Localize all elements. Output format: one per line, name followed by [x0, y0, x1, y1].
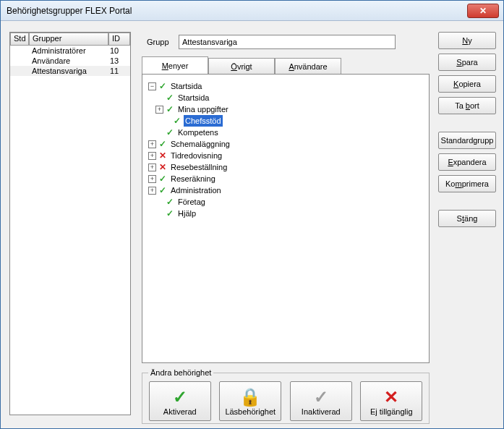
close-button[interactable]: ✕	[467, 4, 499, 18]
tree-label: Chefsstöd	[184, 115, 223, 127]
tree-node[interactable]: +✓Schemaläggning	[148, 138, 423, 150]
ny-button[interactable]: Ny	[438, 32, 496, 49]
tree-node[interactable]: +✓Reseräkning	[148, 173, 423, 184]
row-id: 11	[108, 67, 130, 75]
expand-icon[interactable]: +	[148, 187, 156, 195]
tabort-button[interactable]: Ta bort	[438, 97, 496, 114]
check-icon: ✓	[165, 208, 175, 219]
expand-icon[interactable]: +	[148, 140, 156, 148]
standardgrupp-button[interactable]: Standardgrupp	[438, 132, 496, 149]
tree-label: Mina uppgifter	[176, 103, 230, 115]
row-name: Användare	[29, 56, 108, 65]
groups-header: Std Grupper ID	[10, 33, 130, 46]
tree-node[interactable]: −✓Startsida	[148, 80, 423, 92]
tree-node[interactable]: +✓Mina uppgifter	[148, 103, 423, 115]
inaktiverad-label: Inaktiverad	[302, 407, 341, 416]
groups-table[interactable]: Std Grupper ID Administratörer10Användar…	[9, 32, 131, 415]
tab-menyer[interactable]: Menyer	[142, 56, 208, 75]
check-icon: ✓	[172, 115, 182, 127]
expand-icon[interactable]: +	[148, 175, 156, 183]
change-permission-group: Ändra behörighet ✓ Aktiverad 🔒 Läsbehöri…	[142, 368, 430, 424]
expand-icon[interactable]: +	[148, 163, 156, 171]
ej-label: Ej tillgänglig	[370, 407, 413, 416]
spara-button[interactable]: Spara	[438, 54, 496, 71]
tree-label: Administration	[169, 184, 223, 196]
aktiverad-button[interactable]: ✓ Aktiverad	[149, 381, 211, 421]
window: Behörighetsgrupper FLEX Portal ✕ Std Gru…	[0, 0, 504, 429]
tree-label: Företag	[176, 196, 207, 208]
table-row[interactable]: Användare13	[10, 56, 130, 66]
tree-label: Tidredovisning	[169, 150, 223, 161]
col-std[interactable]: Std	[10, 33, 29, 46]
kopiera-button[interactable]: Kopiera	[438, 75, 496, 93]
table-row[interactable]: Attestansvariga11	[10, 66, 130, 76]
inaktiverad-button[interactable]: ✓ Inaktiverad	[290, 381, 352, 421]
col-id[interactable]: ID	[108, 33, 130, 46]
titlebar: Behörighetsgrupper FLEX Portal ✕	[1, 1, 503, 21]
tree-label: Hjälp	[176, 208, 197, 219]
check-icon: ✓	[158, 173, 168, 184]
aktiverad-label: Aktiverad	[163, 407, 197, 416]
stang-button[interactable]: Stäng	[438, 210, 496, 227]
col-grupper[interactable]: Grupper	[29, 33, 108, 46]
close-icon: ✕	[479, 6, 487, 16]
lasbehorighet-button[interactable]: 🔒 Läsbehörighet	[219, 381, 281, 421]
tree-node[interactable]: +✓Administration	[148, 184, 423, 196]
lock-icon: 🔒	[239, 387, 261, 407]
check-icon: ✓	[158, 138, 168, 150]
table-row[interactable]: Administratörer10	[10, 46, 130, 56]
check-icon: ✓	[158, 80, 168, 92]
row-name: Administratörer	[29, 46, 108, 55]
check-icon: ✓	[165, 127, 175, 138]
tree-node[interactable]: ✓Startsida	[148, 92, 423, 103]
tab-övrigt[interactable]: Övrigt	[208, 58, 275, 75]
expand-icon[interactable]: +	[148, 152, 156, 160]
collapse-icon[interactable]: −	[148, 82, 156, 90]
row-id: 13	[108, 56, 130, 65]
row-name: Attestansvariga	[29, 67, 108, 75]
expand-icon[interactable]: +	[155, 106, 163, 114]
cross-icon: ✕	[384, 387, 398, 407]
tree-node[interactable]: +✕Resebeställning	[148, 161, 423, 173]
expandera-button[interactable]: Expandera	[438, 153, 496, 171]
grupp-label: Grupp	[147, 38, 169, 46]
tree-panel[interactable]: −✓Startsida✓Startsida+✓Mina uppgifter✓Ch…	[142, 74, 430, 363]
tree-label: Kompetens	[176, 127, 220, 138]
check-icon: ✓	[173, 387, 187, 407]
las-label: Läsbehörighet	[225, 407, 276, 416]
tree-node[interactable]: +✕Tidredovisning	[148, 150, 423, 161]
check-icon: ✓	[165, 92, 175, 103]
komprimera-button[interactable]: Komprimera	[438, 175, 496, 192]
tree-node[interactable]: ✓Chefsstöd	[148, 115, 423, 127]
tree-node[interactable]: ✓Kompetens	[148, 127, 423, 138]
tree-label: Schemaläggning	[169, 138, 231, 150]
grupp-input[interactable]	[179, 35, 396, 49]
side-buttons: Ny Spara Kopiera Ta bort Standardgrupp E…	[438, 32, 496, 227]
tree-label: Resebeställning	[169, 161, 228, 173]
tree-label: Reseräkning	[169, 173, 217, 184]
cross-icon: ✕	[158, 150, 168, 161]
tabs: MenyerÖvrigtAnvändare	[142, 56, 420, 75]
window-title: Behörighetsgrupper FLEX Portal	[7, 6, 132, 16]
cross-icon: ✕	[158, 161, 168, 173]
tree-node[interactable]: ✓Hjälp	[148, 208, 423, 219]
check-icon: ✓	[165, 196, 175, 208]
check-icon: ✓	[158, 184, 168, 196]
client-area: Std Grupper ID Administratörer10Användar…	[1, 21, 503, 428]
change-legend: Ändra behörighet	[148, 368, 213, 377]
tab-användare[interactable]: Användare	[275, 58, 341, 75]
tree-label: Startsida	[176, 92, 210, 103]
row-id: 10	[108, 46, 130, 55]
check-gray-icon: ✓	[314, 387, 328, 407]
check-icon: ✓	[165, 103, 175, 115]
tree-label: Startsida	[169, 80, 203, 92]
ejtillganglig-button[interactable]: ✕ Ej tillgänglig	[360, 381, 422, 421]
tree-node[interactable]: ✓Företag	[148, 196, 423, 208]
